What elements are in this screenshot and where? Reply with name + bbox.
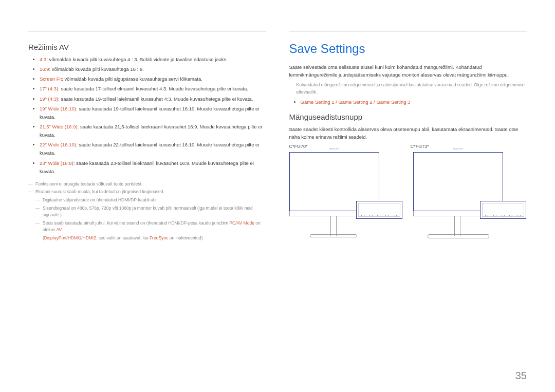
monitor-diagrams: SAMSUNG SAMSUNG: [289, 152, 527, 245]
list-item: 17" (4:3): saate kasutada 17-tollisel ek…: [40, 85, 266, 93]
note: Kohandatud mängurežiimi redigeerimisel j…: [289, 82, 527, 96]
monitor-stand-icon: [330, 216, 337, 236]
right-column: Save Settings Saate salvestada oma eelis…: [289, 31, 527, 245]
page-number: 35: [515, 370, 527, 382]
note-sub: (DisplayPort/HDMI1/HDMI2: see valik on s…: [28, 235, 266, 242]
save-settings-desc: Saate salvestada oma eelistuste alusel k…: [289, 63, 527, 79]
list-item: 19" (4:3): saate kasutada 19-tollisel la…: [40, 95, 266, 103]
note: Ekraani suurust saab muuta, kui täidetud…: [28, 189, 266, 196]
monitor-base-icon: [310, 234, 357, 237]
model-label-1: C*FG70*: [289, 144, 405, 149]
av-mode-heading: Režiimis AV: [28, 43, 266, 51]
game-button-heading: Mänguseadistusnupp: [289, 113, 527, 121]
list-item: 19" Wide (16:10): saate kasutada 19-toll…: [40, 105, 266, 121]
left-column: Režiimis AV 4:3: võimaldab kuvada pilti …: [28, 31, 266, 245]
aspect-ratio-list: 4:3: võimaldab kuvada pilti kuvasuhtega …: [28, 55, 266, 176]
list-item: 22" Wide (16:10): saate kasutada 22-toll…: [40, 141, 266, 157]
monitor-diagram-2: SAMSUNG: [413, 152, 527, 245]
note-sub: Seda saab kasutada ainult juhul, kui väl…: [28, 220, 266, 234]
monitor-stand-icon: [454, 216, 460, 236]
note-sub: Sisendsignaal on 480p, 576p, 720p või 10…: [28, 205, 266, 219]
model-label-2: C*FG73*: [411, 144, 527, 149]
monitor-base-icon: [428, 234, 489, 238]
list-item: 4:3: võimaldab kuvada pilti kuvasuhtega …: [40, 55, 266, 64]
list-item: 16:9: võimaldab kuvada pilti kuvasuhtega…: [40, 65, 266, 73]
osd-popup-icon: [356, 201, 402, 219]
list-item: Game Setting 1 / Game Setting 2 / Game S…: [301, 98, 527, 106]
osd-popup-icon: [480, 201, 526, 219]
game-button-desc: Saate seadet kiiresti kontrollida alaser…: [289, 125, 527, 141]
save-settings-title: Save Settings: [289, 42, 527, 56]
game-settings-list: Game Setting 1 / Game Setting 2 / Game S…: [289, 98, 527, 106]
monitor-diagram-1: SAMSUNG: [289, 152, 403, 245]
note: Funktsiooni ei pruugita toetada sõltuval…: [28, 181, 266, 188]
save-settings-note: Kohandatud mängurežiimi redigeerimisel j…: [289, 82, 527, 96]
note-sub: Digitaalne väljundseade on ühendatud HDM…: [28, 197, 266, 204]
model-labels: C*FG70* C*FG73*: [289, 144, 527, 149]
list-item: 21.5" Wide (16:9): saate kasutada 21,5-t…: [40, 123, 266, 139]
list-item: 23" Wide (16:9): saate kasutada 23-tolli…: [40, 159, 266, 176]
list-item: Screen Fit: võimaldab kuvada pilti algup…: [40, 75, 266, 83]
notes-block: Funktsiooni ei pruugita toetada sõltuval…: [28, 181, 266, 242]
